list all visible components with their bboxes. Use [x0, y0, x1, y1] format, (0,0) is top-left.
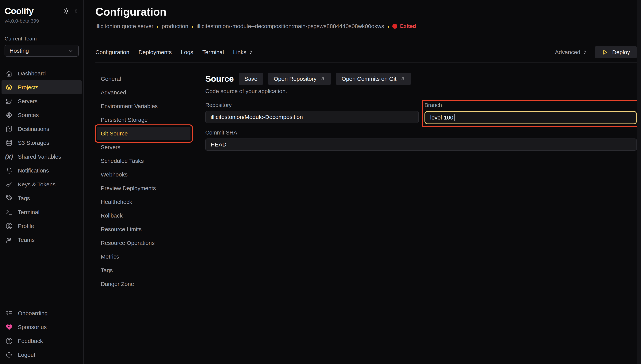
subnav-item-git-source[interactable]: Git Source: [97, 127, 191, 140]
subnav-item-preview-deployments[interactable]: Preview Deployments: [97, 182, 191, 195]
sidebar-item-sponsor-us[interactable]: Sponsor us: [2, 320, 82, 334]
repository-label: Repository: [205, 102, 419, 108]
subnav-item-tags[interactable]: Tags: [97, 264, 191, 277]
subnav-item-resource-operations[interactable]: Resource Operations: [97, 236, 191, 250]
chevron-right-icon: ›: [191, 23, 194, 30]
tags-icon: [5, 195, 13, 202]
save-button[interactable]: Save: [239, 73, 263, 85]
sidebar-item-s3-storages[interactable]: S3 Storages: [2, 136, 82, 150]
subnav-item-webhooks[interactable]: Webhooks: [97, 168, 191, 182]
config-subnav: General Advanced Environment Variables P…: [96, 62, 205, 364]
header-actions: Advanced Deploy: [555, 46, 637, 58]
layers-icon: [5, 84, 13, 91]
repository-input[interactable]: [205, 111, 419, 123]
selector-chevrons-icon: [582, 50, 587, 55]
subnav-item-servers[interactable]: Servers: [97, 140, 191, 154]
database-icon: [5, 139, 13, 146]
sidebar-item-notifications[interactable]: Notifications: [2, 164, 82, 178]
subnav-item-metrics[interactable]: Metrics: [97, 250, 191, 264]
breadcrumb: illicitonion quote server › production ›…: [96, 23, 637, 30]
selector-chevrons-icon[interactable]: [73, 8, 79, 14]
status-badge: Exited: [392, 23, 416, 29]
commit-sha-input[interactable]: [205, 138, 637, 151]
tabs-row: Configuration Deployments Logs Terminal …: [96, 46, 637, 58]
subnav-item-danger-zone[interactable]: Danger Zone: [97, 277, 191, 291]
main-area: Configuration illicitonion quote server …: [84, 0, 641, 364]
breadcrumb-resource[interactable]: illicitestonion/-module--decomposition:m…: [197, 23, 384, 30]
repository-field-group: Repository: [205, 102, 419, 123]
sidebar-item-sources[interactable]: Sources: [2, 108, 82, 122]
server-icon: [5, 98, 13, 105]
tabs: Configuration Deployments Logs Terminal …: [96, 49, 253, 56]
subnav-item-environment-variables[interactable]: Environment Variables: [97, 99, 191, 113]
coolify-app: Coolify v4.0.0-beta.399 Current Team Hos…: [0, 0, 641, 364]
sidebar-item-onboarding[interactable]: Onboarding: [2, 306, 82, 320]
logo-row: Coolify: [5, 6, 79, 16]
content: General Advanced Environment Variables P…: [96, 62, 637, 364]
open-repository-button[interactable]: Open Repository: [268, 73, 331, 85]
scrollbar-track[interactable]: [637, 0, 641, 364]
subnav-item-persistent-storage[interactable]: Persistent Storage: [97, 113, 191, 127]
team-select[interactable]: Hosting: [5, 45, 79, 56]
advanced-menu[interactable]: Advanced: [555, 49, 587, 56]
sidebar-item-profile[interactable]: Profile: [2, 219, 82, 233]
text-cursor: [454, 114, 454, 121]
tab-deployments[interactable]: Deployments: [138, 49, 172, 56]
sidebar-item-projects[interactable]: Projects: [2, 80, 82, 94]
sidebar-item-feedback[interactable]: Feedback: [2, 334, 82, 348]
subnav-item-scheduled-tasks[interactable]: Scheduled Tasks: [97, 154, 191, 168]
sidebar-item-teams[interactable]: Teams: [2, 233, 82, 247]
sidebar-item-destinations[interactable]: Destinations: [2, 122, 82, 136]
source-heading: Source: [205, 74, 234, 84]
source-description: Code source of your application.: [205, 88, 637, 94]
breadcrumb-environment[interactable]: production: [162, 23, 188, 30]
sidebar-item-keys-tokens[interactable]: Keys & Tokens: [2, 178, 82, 191]
deploy-button[interactable]: Deploy: [595, 46, 637, 58]
chevron-right-icon: ›: [157, 23, 159, 30]
theme-sun-icon[interactable]: [63, 8, 70, 15]
subnav-item-rollback[interactable]: Rollback: [97, 209, 191, 222]
status-label: Exited: [400, 23, 416, 29]
tab-links[interactable]: Links: [233, 49, 253, 56]
play-icon: [602, 49, 608, 56]
team-select-value: Hosting: [10, 48, 29, 54]
sidebar-item-servers[interactable]: Servers: [2, 94, 82, 108]
status-dot-icon: [392, 24, 397, 29]
sidebar-nav: Dashboard Projects Servers Sources Desti…: [0, 66, 83, 247]
map-icon: [5, 126, 13, 132]
breadcrumb-project[interactable]: illicitonion quote server: [96, 23, 153, 30]
sidebar-item-logout[interactable]: Logout: [2, 348, 82, 362]
sidebar-item-terminal[interactable]: Terminal: [2, 205, 82, 219]
tab-terminal[interactable]: Terminal: [202, 49, 224, 56]
source-header: Source Save Open Repository Open Commits…: [205, 73, 637, 85]
logout-icon: [5, 351, 13, 358]
subnav-item-resource-limits[interactable]: Resource Limits: [97, 222, 191, 236]
subnav-item-general[interactable]: General: [97, 72, 191, 86]
sidebar-item-dashboard[interactable]: Dashboard: [2, 66, 82, 80]
subnav-item-advanced[interactable]: Advanced: [97, 86, 191, 99]
external-link-icon: [400, 76, 405, 82]
chevron-down-icon: [68, 48, 74, 54]
terminal-icon: [5, 208, 13, 216]
app-version: v4.0.0-beta.399: [5, 18, 79, 24]
home-icon: [5, 70, 13, 77]
sidebar-footer: Onboarding Sponsor us Feedback Logout: [0, 306, 83, 362]
selector-chevrons-icon: [248, 50, 253, 55]
checklist-icon: [5, 310, 13, 317]
subnav-item-healthcheck[interactable]: Healthcheck: [97, 195, 191, 209]
variable-icon: (x): [5, 153, 13, 160]
source-fields: Repository Branch level-100 Commit: [205, 102, 637, 151]
tab-logs[interactable]: Logs: [181, 49, 193, 56]
sidebar-item-tags[interactable]: Tags: [2, 191, 82, 205]
branch-input[interactable]: level-100: [424, 111, 637, 124]
commit-sha-label: Commit SHA: [205, 130, 637, 136]
bell-icon: [5, 167, 13, 174]
external-link-icon: [320, 76, 325, 82]
commit-sha-field-group: Commit SHA: [205, 130, 637, 151]
tab-configuration[interactable]: Configuration: [96, 49, 129, 56]
sidebar-item-shared-variables[interactable]: (x) Shared Variables: [2, 150, 82, 164]
help-circle-icon: [5, 338, 13, 344]
open-commits-button[interactable]: Open Commits on Git: [336, 73, 411, 85]
heart-icon: [5, 324, 13, 331]
git-icon: [5, 112, 13, 119]
